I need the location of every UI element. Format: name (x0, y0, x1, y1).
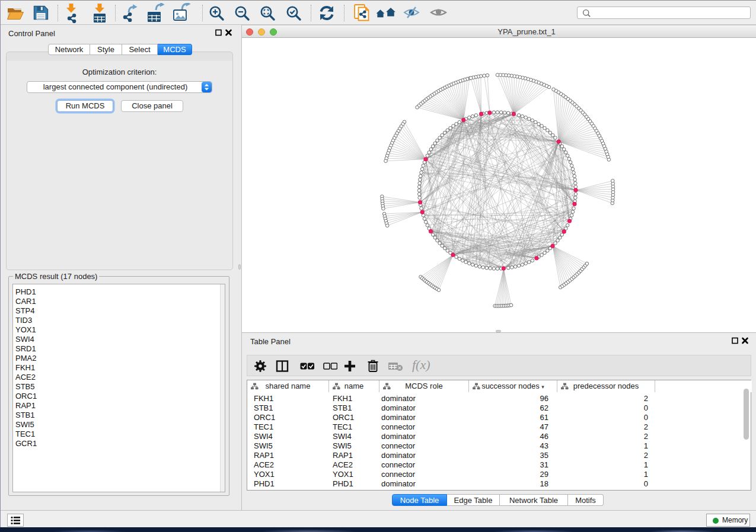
svg-text:f(x): f(x) (412, 357, 430, 372)
